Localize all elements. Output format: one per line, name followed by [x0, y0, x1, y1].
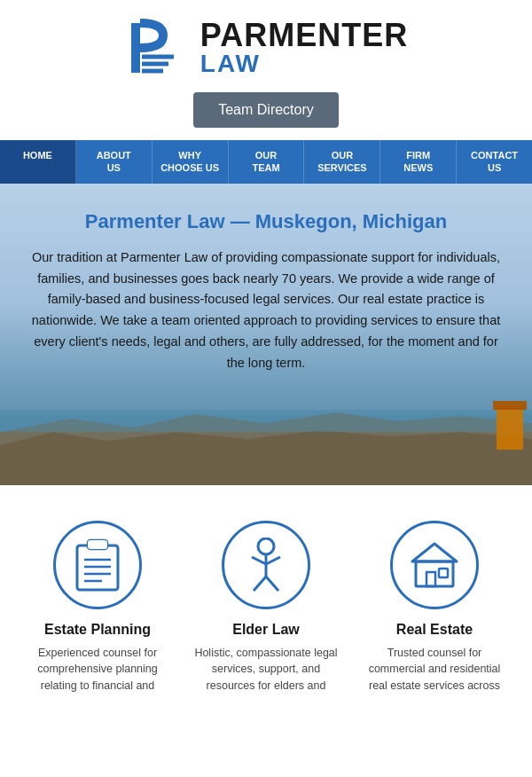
hero-section: Parmenter Law — Muskegon, Michigan Our t…: [0, 184, 532, 485]
elder-law-title: Elder Law: [232, 622, 300, 638]
service-elder-law: Elder Law Holistic, compassionate legal …: [191, 521, 341, 695]
logo-law-text: LAW: [200, 51, 408, 76]
elder-law-desc: Holistic, compassionate legal services, …: [191, 645, 341, 695]
elder-law-icon-circle: [222, 521, 310, 609]
nav-firm-news[interactable]: FIRMNEWS: [380, 140, 457, 184]
svg-line-20: [266, 557, 280, 564]
svg-rect-0: [131, 23, 140, 73]
hero-title: Parmenter Law — Muskegon, Michigan: [85, 210, 447, 233]
real-estate-title: Real Estate: [396, 622, 473, 638]
estate-planning-icon-circle: [53, 521, 142, 609]
real-estate-icon-circle: [390, 521, 479, 609]
logo-firm-name: PARMENTER: [200, 20, 408, 51]
nav-our-team[interactable]: OURTEAM: [229, 140, 305, 184]
nav-home[interactable]: HOME: [0, 140, 76, 184]
svg-marker-23: [412, 544, 457, 561]
nav-about-us[interactable]: ABOUTUS: [76, 140, 153, 184]
nav-contact-us[interactable]: CONTACTUS: [457, 140, 532, 184]
hero-body: Our tradition at Parmenter Law of provid…: [27, 247, 505, 375]
svg-rect-7: [0, 410, 532, 432]
services-section: Estate Planning Experienced counsel for …: [0, 485, 532, 703]
svg-rect-9: [493, 401, 527, 410]
real-estate-desc: Trusted counsel for commercial and resid…: [359, 645, 510, 695]
svg-line-19: [252, 557, 266, 564]
estate-planning-title: Estate Planning: [44, 622, 151, 638]
header: PARMENTER LAW Team Directory: [0, 0, 532, 140]
service-estate-planning: Estate Planning Experienced counsel for …: [22, 521, 173, 695]
svg-rect-12: [88, 540, 107, 549]
team-directory-button[interactable]: Team Directory: [193, 92, 339, 128]
svg-rect-8: [497, 405, 523, 450]
logo-text: PARMENTER LAW: [200, 20, 408, 76]
service-real-estate: Real Estate Trusted counsel for commerci…: [359, 521, 510, 695]
main-nav: HOME ABOUTUS WHYCHOOSE US OURTEAM OURSER…: [0, 140, 532, 184]
nav-why-choose-us[interactable]: WHYCHOOSE US: [153, 140, 229, 184]
person-icon: [243, 538, 289, 593]
svg-line-21: [254, 577, 266, 591]
logo-area: PARMENTER LAW: [124, 16, 408, 80]
svg-marker-6: [0, 430, 532, 485]
house-icon: [409, 540, 460, 590]
parmenter-logo-icon: [124, 16, 188, 80]
svg-rect-26: [439, 569, 448, 577]
estate-planning-desc: Experienced counsel for comprehensive pl…: [22, 645, 173, 695]
nav-our-services[interactable]: OURSERVICES: [304, 140, 380, 184]
clipboard-icon: [74, 538, 121, 592]
svg-line-22: [266, 577, 278, 591]
svg-rect-25: [426, 572, 435, 586]
svg-point-17: [258, 538, 274, 554]
